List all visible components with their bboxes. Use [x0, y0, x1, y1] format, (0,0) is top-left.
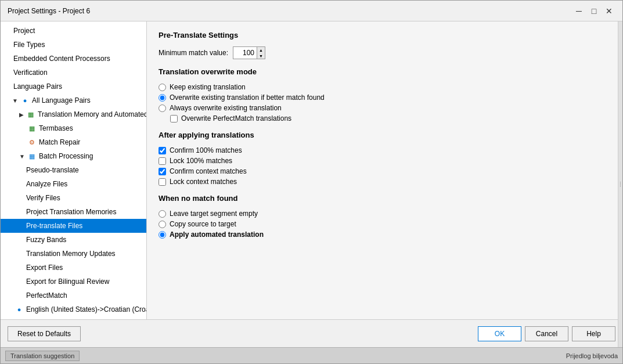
sidebar-item-project-tm[interactable]: Project Translation Memories: [1, 205, 146, 219]
sidebar-label: Project: [13, 26, 35, 36]
checkbox-lock-context-label: Lock context matches: [170, 178, 237, 186]
radio-copy-source-label: Copy source to target: [170, 220, 236, 228]
checkbox-confirm-context-input[interactable]: [159, 168, 166, 175]
action-buttons: OK Cancel Help: [478, 326, 615, 341]
radio-copy-source-input[interactable]: [159, 221, 166, 228]
sidebar-label: Fuzzy Bands: [26, 235, 66, 245]
sidebar-item-export-files[interactable]: Export Files: [1, 261, 146, 275]
sidebar-item-tm-automated[interactable]: ▶ ▦ Translation Memory and Automated Tr.…: [1, 107, 146, 121]
radio-leave-empty-label: Leave target segment empty: [170, 210, 258, 218]
sidebar-item-embedded-content[interactable]: Embedded Content Processors: [1, 52, 146, 66]
sidebar-label: Project Translation Memories: [26, 207, 116, 217]
sidebar-label: Verify Files: [26, 193, 60, 203]
sidebar-label: English (United States)->Croatian (Croat…: [26, 304, 146, 315]
batch-icon: ▦: [27, 152, 37, 161]
checkbox-lock-100-input[interactable]: [159, 157, 166, 165]
radio-apply-auto-label: Apply automated translation: [170, 230, 264, 239]
sidebar-item-all-language-pairs[interactable]: ▼ ● All Language Pairs: [1, 93, 146, 107]
radio-apply-auto[interactable]: Apply automated translation: [159, 230, 611, 239]
min-match-label: Minimum match value:: [159, 49, 228, 57]
bottom-bar: Reset to Defaults OK Cancel Help: [1, 319, 622, 347]
reset-button[interactable]: Reset to Defaults: [8, 326, 81, 341]
checkbox-lock-100[interactable]: Lock 100% matches: [159, 157, 611, 165]
no-match-radio-group: Leave target segment empty Copy source t…: [159, 210, 611, 239]
sidebar-label: Translation Memory Updates: [26, 248, 116, 259]
sidebar-item-verification[interactable]: Verification: [1, 66, 146, 80]
sidebar-item-perfectmatch[interactable]: PerfectMatch: [1, 289, 146, 302]
no-match-section: When no match found Leave target segment…: [159, 194, 611, 239]
ok-button[interactable]: OK: [478, 326, 521, 341]
radio-always-overwrite[interactable]: Always overwrite existing translation: [159, 104, 611, 112]
checkbox-confirm-100[interactable]: Confirm 100% matches: [159, 146, 611, 154]
sidebar-item-en-hr[interactable]: ● English (United States)->Croatian (Cro…: [1, 302, 146, 316]
resize-handle[interactable]: ┊: [618, 21, 622, 319]
sidebar-item-analyze-files[interactable]: Analyze Files: [1, 177, 146, 191]
sidebar-label: Embedded Content Processors: [13, 53, 110, 64]
close-button[interactable]: ✕: [603, 5, 615, 17]
checkbox-lock-context[interactable]: Lock context matches: [159, 178, 611, 186]
sidebar-item-verify-files[interactable]: Verify Files: [1, 191, 146, 205]
arrow-icon: ▼: [19, 152, 25, 161]
sidebar-item-pre-translate[interactable]: Pre-translate Files: [1, 219, 146, 233]
checkbox-confirm-context[interactable]: Confirm context matches: [159, 167, 611, 175]
panel-title: Pre-Translate Settings: [159, 31, 611, 39]
sidebar-label: Batch Processing: [39, 151, 93, 161]
checkbox-confirm-100-label: Confirm 100% matches: [170, 146, 242, 154]
sidebar-item-file-types[interactable]: File Types: [1, 38, 146, 52]
radio-leave-empty-input[interactable]: [159, 210, 166, 218]
spinner-down[interactable]: ▼: [257, 53, 265, 59]
after-applying-title: After applying translations: [159, 131, 611, 139]
checkbox-perfectmatch-input[interactable]: [170, 115, 178, 122]
min-match-spinner[interactable]: ▲ ▼: [233, 46, 265, 59]
checkbox-confirm-100-input[interactable]: [159, 147, 166, 154]
no-match-title: When no match found: [159, 194, 611, 203]
overwrite-radio-group: Keep existing translation Overwrite exis…: [159, 83, 611, 122]
sidebar-label: Export for Bilingual Review: [26, 276, 109, 287]
sidebar-item-language-pairs[interactable]: Language Pairs: [1, 80, 146, 93]
sidebar-label: Pseudo-translate: [26, 165, 79, 175]
radio-keep-existing-input[interactable]: [159, 84, 166, 91]
overwrite-section: Translation overwrite mode Keep existing…: [159, 67, 611, 122]
after-applying-checkboxes: Confirm 100% matches Lock 100% matches C…: [159, 146, 611, 186]
radio-overwrite-better-input[interactable]: [159, 94, 166, 102]
language-pairs-icon: ●: [20, 96, 30, 105]
taskbar-right-label: Prijedlog biljevoda: [566, 352, 618, 359]
sidebar-label: All Language Pairs: [32, 95, 91, 106]
sidebar-item-project[interactable]: Project: [1, 24, 146, 38]
radio-keep-existing[interactable]: Keep existing translation: [159, 83, 611, 91]
title-bar: Project Settings - Project 6 ─ □ ✕: [1, 1, 622, 21]
sidebar-item-fuzzy-bands[interactable]: Fuzzy Bands: [1, 233, 146, 247]
radio-leave-empty[interactable]: Leave target segment empty: [159, 210, 611, 218]
arrow-icon: ▶: [19, 110, 24, 119]
sidebar-item-export-bilingual[interactable]: Export for Bilingual Review: [1, 275, 146, 289]
help-button[interactable]: Help: [572, 326, 615, 341]
checkbox-perfectmatch-label: Overwrite PerfectMatch translations: [181, 114, 291, 122]
maximize-button[interactable]: □: [588, 5, 600, 17]
overwrite-title: Translation overwrite mode: [159, 67, 611, 76]
sidebar-item-batch-processing[interactable]: ▼ ▦ Batch Processing: [1, 149, 146, 163]
main-window: Project Settings - Project 6 ─ □ ✕ Proje…: [0, 0, 623, 364]
radio-always-overwrite-input[interactable]: [159, 104, 166, 112]
spinner-up[interactable]: ▲: [257, 47, 265, 53]
sidebar-label: Translation Memory and Automated Tr...: [38, 109, 146, 120]
spinner-buttons: ▲ ▼: [257, 47, 265, 59]
sidebar-item-match-repair[interactable]: ⚙ Match Repair: [1, 135, 146, 149]
radio-keep-existing-label: Keep existing translation: [170, 83, 246, 91]
right-panel: Pre-Translate Settings Minimum match val…: [147, 21, 622, 319]
after-applying-section: After applying translations Confirm 100%…: [159, 131, 611, 186]
cancel-button[interactable]: Cancel: [525, 326, 568, 341]
taskbar-item-translation[interactable]: Translation suggestion: [5, 351, 80, 361]
radio-apply-auto-input[interactable]: [159, 231, 166, 239]
sidebar-item-termbases[interactable]: ▦ Termbases: [1, 121, 146, 135]
termbases-icon: ▦: [27, 124, 37, 133]
window-title: Project Settings - Project 6: [8, 7, 90, 15]
checkbox-lock-context-input[interactable]: [159, 178, 166, 186]
checkbox-perfectmatch[interactable]: Overwrite PerfectMatch translations: [170, 114, 611, 122]
sidebar-item-pseudo-translate[interactable]: Pseudo-translate: [1, 163, 146, 177]
sidebar-item-tm-updates[interactable]: Translation Memory Updates: [1, 247, 146, 261]
radio-overwrite-better[interactable]: Overwrite existing translation if better…: [159, 93, 611, 102]
min-match-input[interactable]: [233, 47, 257, 59]
minimize-button[interactable]: ─: [572, 5, 585, 17]
radio-copy-source[interactable]: Copy source to target: [159, 220, 611, 228]
sidebar-label: Termbases: [39, 123, 73, 134]
